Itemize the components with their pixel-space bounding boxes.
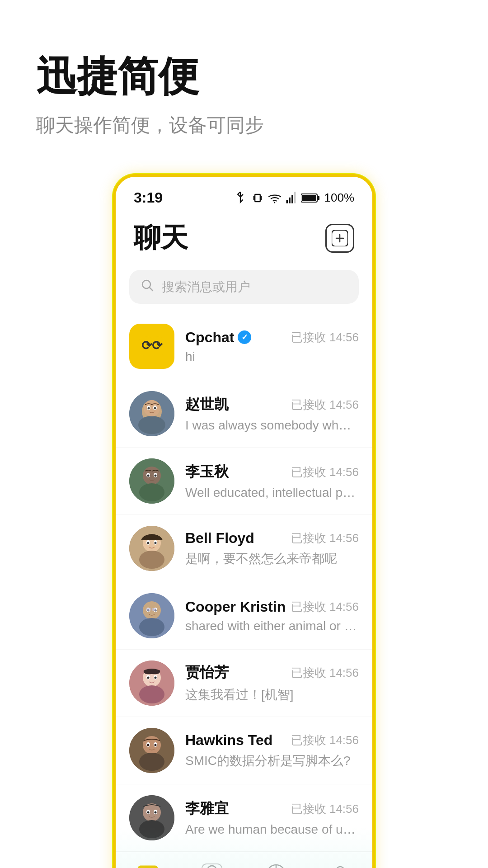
svg-point-39 [155,542,157,544]
svg-point-21 [144,400,160,416]
chat-name-4: Bell Floyd [185,530,254,547]
nav-item-friends[interactable]: 朋友 [199,861,225,868]
svg-point-68 [147,811,150,814]
svg-point-27 [143,467,161,485]
chat-name-5: Cooper Kristin [185,599,286,615]
phone-screen: 3:19 [113,174,375,868]
status-icons: 100% [234,191,355,205]
chat-preview-3: Well educated, intellectual people [185,486,357,500]
chat-preview-5: shared with either animal or machine? [185,619,357,633]
chat-meta-7: 已接收 14:56 [291,732,359,748]
chat-content-4: Bell Floyd 已接收 14:56 是啊，要不然怎么来帝都呢 [185,530,359,567]
svg-point-31 [147,475,150,477]
svg-rect-6 [294,192,296,203]
svg-point-42 [139,618,164,636]
svg-point-64 [143,803,161,821]
svg-point-65 [139,820,164,838]
status-time: 3:19 [134,189,163,206]
nav-item-circle[interactable]: 圈子 [263,861,289,868]
svg-rect-9 [302,195,316,201]
avatar-cpchat: ⟳⟳ [129,324,174,369]
avatar-8 [129,795,174,840]
chat-preview-8: Are we human because of unique traits an… [185,822,357,837]
svg-rect-8 [318,196,319,200]
battery-icon [301,192,320,204]
chat-content-5: Cooper Kristin 已接收 14:56 shared with eit… [185,599,359,633]
svg-point-74 [207,866,216,868]
avatar-3 [129,458,174,504]
signal-icon [286,192,296,204]
bluetooth-icon [234,192,247,204]
svg-rect-47 [146,608,151,611]
svg-point-58 [139,753,164,771]
wifi-icon [268,192,281,204]
svg-point-20 [138,416,165,434]
svg-point-54 [147,677,150,679]
chat-meta-3: 已接收 14:56 [291,464,359,480]
chat-name-8: 李雅宜 [185,799,229,819]
svg-point-62 [155,744,157,746]
avatar-5 [129,593,174,638]
svg-point-38 [147,542,150,544]
search-bar[interactable]: 搜索消息或用户 [129,270,359,304]
chat-preview-6: 这集我看过！[机智] [185,686,357,703]
svg-point-61 [147,744,150,746]
chat-list: ⟳⟳ Cpchat ✓ 已接收 14:56 hi [116,313,372,852]
chat-name-3: 李玉秋 [185,462,229,482]
hero-title: 迅捷简便 [36,54,452,99]
chat-item-cpchat[interactable]: ⟳⟳ Cpchat ✓ 已接收 14:56 hi [116,313,372,380]
search-placeholder: 搜索消息或用户 [162,278,250,296]
chat-meta-4: 已接收 14:56 [291,530,359,546]
chat-item-2[interactable]: 赵世凯 已接收 14:56 I was always somebody who … [116,380,372,448]
chat-preview-2: I was always somebody who felt quite ... [185,418,357,433]
chat-item-8[interactable]: 李雅宜 已接收 14:56 Are we human because of un… [116,784,372,852]
cpchat-logo-icon: ⟳⟳ [134,333,170,360]
avatar-7 [129,728,174,773]
nav-item-chat[interactable]: 聊天 [135,861,160,868]
bottom-nav: 聊天 朋友 [116,852,372,868]
svg-rect-4 [289,197,291,203]
nav-item-me[interactable]: 我 [328,861,353,868]
chat-name-7: Hawkins Ted [185,732,272,749]
chat-content-2: 赵世凯 已接收 14:56 I was always somebody who … [185,395,359,433]
svg-rect-70 [138,866,158,868]
vibrate-icon [251,192,264,204]
avatar-2 [129,391,174,436]
svg-point-28 [139,483,164,501]
chat-preview-4: 是啊，要不然怎么来帝都呢 [185,550,357,567]
chat-item-6[interactable]: 贾怡芳 已接收 14:56 这集我看过！[机智] [116,650,372,717]
chat-item-3[interactable]: 李玉秋 已接收 14:56 Well educated, intellectua… [116,448,372,515]
chat-name-6: 贾怡芳 [185,663,229,683]
svg-rect-2 [261,196,262,200]
chat-content-cpchat: Cpchat ✓ 已接收 14:56 hi [185,329,359,364]
avatar-6 [129,660,174,706]
plus-icon [332,230,348,246]
svg-rect-0 [255,194,260,201]
svg-rect-3 [286,200,288,203]
battery-percent: 100% [324,191,355,205]
circle-nav-icon [263,861,289,868]
chat-item-4[interactable]: Bell Floyd 已接收 14:56 是啊，要不然怎么来帝都呢 [116,515,372,582]
chat-item-5[interactable]: Cooper Kristin 已接收 14:56 shared with eit… [116,582,372,650]
svg-point-32 [155,475,157,477]
phone-mockup: 3:19 [0,165,488,868]
hero-section: 迅捷简便 聊天操作简便，设备可同步 [0,0,488,165]
me-nav-icon [328,861,353,868]
svg-point-25 [154,407,156,410]
chat-name-2: 赵世凯 [185,395,229,415]
chat-name-cpchat: Cpchat ✓ [185,329,251,346]
chat-content-3: 李玉秋 已接收 14:56 Well educated, intellectua… [185,462,359,500]
chat-item-7[interactable]: Hawkins Ted 已接收 14:56 SMIC的数据分析是写脚本么? [116,717,372,784]
status-bar: 3:19 [116,177,372,211]
friends-nav-icon [199,861,225,868]
add-chat-button[interactable] [325,224,354,253]
svg-point-24 [148,407,150,410]
hero-subtitle: 聊天操作简便，设备可同步 [36,113,452,138]
chat-nav-icon [135,861,160,868]
svg-point-35 [139,551,164,569]
chat-header: 聊天 [116,211,372,265]
svg-point-41 [143,601,161,619]
chat-preview-7: SMIC的数据分析是写脚本么? [185,752,357,769]
chat-content-7: Hawkins Ted 已接收 14:56 SMIC的数据分析是写脚本么? [185,732,359,769]
verified-badge: ✓ [238,330,251,344]
